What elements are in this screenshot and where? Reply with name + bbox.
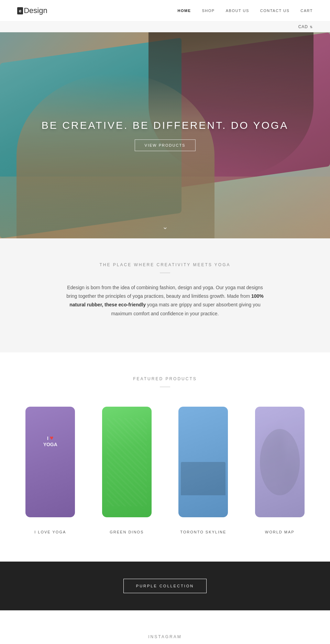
featured-divider bbox=[160, 387, 170, 387]
about-text-part1: Edesign is born from the idea of combini… bbox=[66, 285, 263, 299]
product-image-toronto-skyline bbox=[170, 404, 236, 524]
featured-section-title: FEATURED PRODUCTS bbox=[17, 376, 313, 381]
product-card-world-map[interactable]: WORLD MAP bbox=[247, 404, 313, 534]
product-card-i-love-yoga[interactable]: I ♥YOGA I LOVE YOGA bbox=[17, 404, 84, 534]
hero-content: BE CREATIVE. BE DIFFERENT. DO YOGA VIEW … bbox=[42, 120, 288, 151]
about-divider bbox=[160, 273, 170, 273]
product-name-i-love-yoga: I LOVE YOGA bbox=[17, 530, 84, 534]
about-section-title: THE PLACE WHERE CREATIVITY MEETS YOGA bbox=[41, 262, 289, 267]
product-image-i-love-yoga: I ♥YOGA bbox=[17, 404, 84, 524]
currency-bar: CAD ⇅ bbox=[0, 22, 330, 32]
product-card-green-dinos[interactable]: GREEN DINOS bbox=[94, 404, 160, 534]
hero-section: BE CREATIVE. BE DIFFERENT. DO YOGA VIEW … bbox=[0, 32, 330, 238]
product-name-world-map: WORLD MAP bbox=[247, 530, 313, 534]
product-image-green-dinos bbox=[94, 404, 160, 524]
currency-selector[interactable]: CAD ⇅ bbox=[298, 24, 313, 29]
about-section: THE PLACE WHERE CREATIVITY MEETS YOGA Ed… bbox=[0, 238, 330, 352]
brand-logo[interactable]: e Design bbox=[17, 6, 47, 15]
about-body-text: Edesign is born from the idea of combini… bbox=[62, 283, 268, 318]
main-nav: HOME SHOP ABOUT US CONTACT US CART bbox=[178, 9, 313, 13]
nav-about[interactable]: ABOUT US bbox=[226, 9, 249, 13]
hero-cta-button[interactable]: VIEW PRODUCTS bbox=[135, 139, 196, 151]
nav-shop[interactable]: SHOP bbox=[202, 9, 215, 13]
nav-contact[interactable]: CONTACT US bbox=[260, 9, 290, 13]
mat-lavender bbox=[255, 407, 305, 517]
mat-skyline-pattern bbox=[181, 462, 226, 495]
mat-text-yoga: I ♥YOGA bbox=[31, 434, 70, 447]
featured-products-section: FEATURED PRODUCTS I ♥YOGA I LOVE YOGA GR… bbox=[0, 352, 330, 562]
mat-green bbox=[102, 407, 152, 517]
nav-home[interactable]: HOME bbox=[178, 9, 191, 13]
product-card-toronto-skyline[interactable]: TORONTO SKYLINE bbox=[170, 404, 236, 534]
instagram-section-title: INSTAGRAM bbox=[17, 634, 313, 639]
purple-collection-button[interactable]: PURPLE COLLECTION bbox=[123, 579, 207, 593]
product-name-toronto-skyline: TORONTO SKYLINE bbox=[170, 530, 236, 534]
mat-dino-pattern bbox=[107, 418, 147, 507]
mat-purple: I ♥YOGA bbox=[25, 407, 75, 517]
mat-map-pattern bbox=[260, 418, 300, 507]
product-image-world-map bbox=[247, 404, 313, 524]
logo-box: e bbox=[17, 7, 23, 14]
products-grid: I ♥YOGA I LOVE YOGA GREEN DINOS TORONTO … bbox=[17, 404, 313, 534]
product-name-green-dinos: GREEN DINOS bbox=[94, 530, 160, 534]
nav-cart[interactable]: CART bbox=[300, 9, 313, 13]
hero-title: BE CREATIVE. BE DIFFERENT. DO YOGA bbox=[42, 120, 288, 131]
scroll-down-icon[interactable]: ⌄ bbox=[162, 223, 168, 231]
instagram-section: INSTAGRAM bbox=[0, 610, 330, 644]
collection-banner: PURPLE COLLECTION bbox=[0, 562, 330, 610]
site-header: e Design HOME SHOP ABOUT US CONTACT US C… bbox=[0, 0, 330, 22]
logo-text: Design bbox=[24, 6, 47, 15]
mat-blue bbox=[178, 407, 228, 517]
currency-arrow-icon: ⇅ bbox=[310, 25, 313, 29]
currency-label: CAD bbox=[298, 24, 308, 29]
